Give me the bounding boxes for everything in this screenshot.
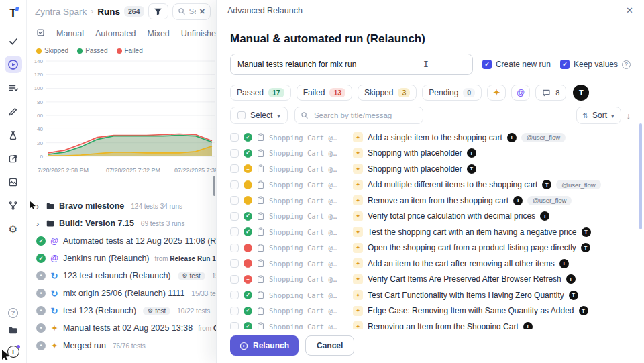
- run-list-item[interactable]: Bravo milestone ⚙ 124 tests 34 runs: [27, 197, 216, 215]
- expand-chevron-icon[interactable]: [36, 200, 42, 212]
- tab-manual[interactable]: Manual: [56, 29, 84, 38]
- row-checkbox[interactable]: [230, 322, 239, 329]
- sidebar-item-help[interactable]: ?: [5, 304, 22, 321]
- run-list-item[interactable]: 123 test relaunch (Relaunch) ⚙test 15/23…: [27, 267, 216, 284]
- comments-filter-button[interactable]: 8: [535, 85, 566, 101]
- breadcrumb-project[interactable]: Zyntra Spark: [35, 7, 87, 17]
- legend-failed: Failed: [117, 47, 143, 54]
- assignee-avatar[interactable]: T: [573, 85, 589, 101]
- expand-chevron-icon[interactable]: [36, 217, 42, 229]
- sidebar-item-runs[interactable]: [5, 56, 22, 73]
- test-list-item[interactable]: Shopping Cart @… Verify Cart Items Are P…: [230, 272, 631, 288]
- tests-search-input[interactable]: [313, 111, 417, 120]
- tests-search[interactable]: [294, 107, 423, 124]
- run-list-item[interactable]: Jenkins run (Relaunch) from Release Run …: [27, 250, 216, 267]
- run-list-item[interactable]: mix origin 25/06 (Relaunch) 1111 ⚙ 15/33…: [27, 284, 216, 302]
- filter-failed-button[interactable]: Failed13: [297, 85, 352, 101]
- test-title[interactable]: Open the shopping cart from a product li…: [368, 243, 576, 252]
- tab-automated[interactable]: Automated: [95, 29, 136, 38]
- test-list-item[interactable]: Shopping Cart @… Add an item to the cart…: [230, 256, 631, 272]
- sidebar-item-workflows[interactable]: [5, 197, 22, 214]
- filter-button[interactable]: [148, 3, 168, 19]
- run-list-item[interactable]: Manual tests at 02 Aug 2025 13:38 from C…: [27, 319, 216, 337]
- select-all-checkbox[interactable]: [237, 111, 246, 119]
- clear-search-icon[interactable]: ✕: [199, 7, 205, 16]
- test-title[interactable]: Test Cart Functionality with Items Havin…: [368, 291, 564, 300]
- test-list-item[interactable]: Shopping Cart @… Removing an Item from t…: [230, 319, 631, 329]
- keep-values-checkbox[interactable]: Keep values: [560, 60, 631, 69]
- test-title[interactable]: Remove an item from the shopping cart: [368, 196, 508, 205]
- download-icon[interactable]: [627, 111, 631, 121]
- run-name-input[interactable]: [230, 54, 473, 75]
- cancel-button[interactable]: Cancel: [305, 335, 354, 356]
- row-checkbox[interactable]: [230, 149, 239, 158]
- row-checkbox[interactable]: [230, 275, 239, 284]
- row-checkbox[interactable]: [230, 212, 239, 221]
- test-list-item[interactable]: Shopping Cart @… Test Cart Functionality…: [230, 287, 631, 303]
- sidebar-item-reports[interactable]: [5, 173, 22, 191]
- row-checkbox[interactable]: [230, 133, 239, 142]
- filter-automated-button[interactable]: [511, 85, 530, 101]
- test-title[interactable]: Removing an Item from the Shopping Cart: [368, 322, 519, 329]
- test-list-item[interactable]: Shopping Cart @… Test the shopping cart …: [230, 224, 631, 240]
- help-circle-icon[interactable]: [622, 60, 631, 69]
- test-title[interactable]: Add multiple different items to the shop…: [368, 180, 537, 189]
- test-list-item[interactable]: Shopping Cart @… Verify total price calc…: [230, 209, 631, 225]
- tests-scrollbar[interactable]: [639, 123, 642, 229]
- filter-manual-button[interactable]: [487, 85, 506, 101]
- sidebar-item-test-cases[interactable]: [5, 79, 22, 97]
- test-title[interactable]: Test the shopping cart with an item havi…: [368, 227, 577, 237]
- sidebar-item-docs[interactable]: [5, 321, 22, 339]
- row-checkbox[interactable]: [230, 244, 239, 252]
- run-status-icon: [36, 236, 46, 246]
- app-logo[interactable]: T: [9, 7, 16, 20]
- svg-text:100: 100: [34, 85, 44, 91]
- test-title[interactable]: Shopping with placeholder: [368, 164, 462, 174]
- sidebar-item-experiments[interactable]: [5, 126, 22, 144]
- filter-skipped-button[interactable]: Skipped3: [358, 85, 417, 101]
- row-checkbox[interactable]: [230, 196, 239, 205]
- test-title[interactable]: Add a single item to the shopping cart: [368, 133, 502, 142]
- row-checkbox[interactable]: [230, 164, 239, 173]
- filter-pending-button[interactable]: Pending0: [422, 85, 482, 101]
- run-list-item[interactable]: test 123 (Relaunch) ⚙test 10/22 tests: [27, 302, 216, 319]
- sidebar-item-dashboard[interactable]: [5, 32, 22, 50]
- row-checkbox[interactable]: [230, 291, 239, 299]
- close-icon[interactable]: [626, 5, 633, 15]
- test-title[interactable]: Verify Cart Items Are Preserved After Br…: [368, 274, 561, 284]
- run-list-item[interactable]: Automated tests at 12 Aug 2025 11:08 (Re…: [27, 232, 216, 250]
- create-new-run-checkbox[interactable]: Create new run: [482, 60, 551, 69]
- left-panel-scrollbar[interactable]: [213, 176, 215, 196]
- test-list-item[interactable]: Shopping Cart @… Edge Case: Removing Ite…: [230, 303, 631, 319]
- runs-search-input[interactable]: Search [C ✕: [172, 3, 211, 20]
- tab-mixed[interactable]: Mixed: [147, 29, 169, 38]
- test-list-item[interactable]: Shopping Cart @… Shopping with placehold…: [230, 146, 631, 162]
- test-title[interactable]: Add an item to the cart after removing a…: [368, 259, 555, 268]
- row-checkbox[interactable]: [230, 227, 239, 236]
- test-title[interactable]: Edge Case: Removing Item with Same Quant…: [368, 306, 574, 315]
- runs-count-badge: 264: [124, 6, 144, 17]
- clipboard-icon: [257, 291, 264, 299]
- row-checkbox[interactable]: [230, 307, 239, 315]
- select-dropdown[interactable]: Select: [230, 107, 288, 124]
- row-checkbox[interactable]: [230, 259, 239, 268]
- sidebar-item-reviews[interactable]: [5, 103, 22, 120]
- relaunch-button[interactable]: Relaunch: [230, 335, 299, 356]
- filter-passed-button[interactable]: Passed17: [230, 85, 291, 101]
- test-title[interactable]: Verify total price calculation with deci…: [368, 211, 535, 221]
- row-checkbox[interactable]: [230, 180, 239, 189]
- test-title[interactable]: Shopping with placeholder: [368, 148, 462, 158]
- sidebar-item-shared-steps[interactable]: [5, 150, 22, 167]
- test-list-item[interactable]: Shopping Cart @… Open the shopping cart …: [230, 240, 631, 256]
- test-list-item[interactable]: Shopping Cart @… Remove an item from the…: [230, 193, 631, 209]
- tab-unfinished[interactable]: Unfinished: [181, 29, 216, 38]
- manual-test-icon: [353, 274, 363, 284]
- test-list-item[interactable]: Shopping Cart @… Shopping with placehold…: [230, 161, 631, 177]
- test-list-item[interactable]: Shopping Cart @… Add a single item to th…: [230, 129, 631, 146]
- test-list-item[interactable]: Shopping Cart @… Add multiple different …: [230, 177, 631, 193]
- run-list-item[interactable]: Merged run ⚙ 76/76 tests: [27, 337, 216, 354]
- sidebar-item-settings[interactable]: ⚙: [5, 220, 22, 238]
- run-list-item[interactable]: Build: Version 7.15 ⚙ 69 tests 3 runs: [27, 215, 216, 232]
- tab-all-runs[interactable]: [36, 28, 45, 39]
- sort-dropdown[interactable]: Sort: [576, 107, 621, 124]
